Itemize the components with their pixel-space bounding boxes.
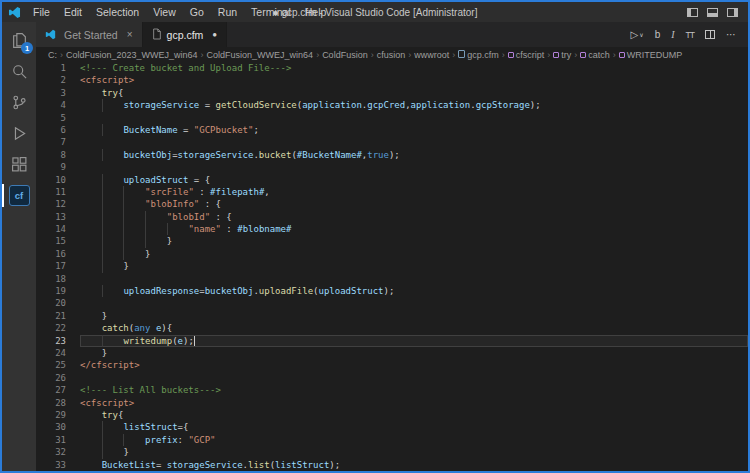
code-line[interactable]: 8 bucketObj=storageService.bucket(#Bucke… xyxy=(36,149,748,161)
toggle-secondary-sidebar-icon[interactable] xyxy=(727,8,738,17)
code-line[interactable]: 27<!--- List All buckets---> xyxy=(36,384,748,396)
line-number[interactable]: 32 xyxy=(36,446,80,458)
code-line[interactable]: 2<cfscript> xyxy=(36,74,748,86)
line-number[interactable]: 4 xyxy=(36,99,80,111)
line-number[interactable]: 11 xyxy=(36,186,80,198)
code-line[interactable]: 25</cfscript> xyxy=(36,359,748,371)
code-line[interactable]: 26 xyxy=(36,372,748,384)
line-number[interactable]: 27 xyxy=(36,384,80,396)
breadcrumb-item[interactable]: cfscript xyxy=(508,50,545,60)
code-line[interactable]: 33 BucketList= storageService.list(listS… xyxy=(36,459,748,471)
italic-icon[interactable]: I xyxy=(671,29,674,40)
breadcrumb-item[interactable]: ColdFusion_2023_WWEJ_win64 xyxy=(66,50,198,60)
split-editor-icon[interactable] xyxy=(705,30,715,39)
code-line[interactable]: 20 xyxy=(36,297,748,309)
activity-source-control[interactable] xyxy=(2,87,36,118)
activity-run-debug[interactable] xyxy=(2,118,36,149)
line-number[interactable]: 1 xyxy=(36,62,80,74)
line-number[interactable]: 31 xyxy=(36,434,80,446)
line-number[interactable]: 24 xyxy=(36,347,80,359)
code-line[interactable]: 17 } xyxy=(36,260,748,272)
line-number[interactable]: 28 xyxy=(36,397,80,409)
tab-get-started[interactable]: Get Started × xyxy=(36,22,143,47)
line-number[interactable]: 18 xyxy=(36,273,80,285)
code-line[interactable]: 19 uploadResponse=bucketObj.uploadFile(u… xyxy=(36,285,748,297)
line-number[interactable]: 2 xyxy=(36,74,80,86)
line-number[interactable]: 9 xyxy=(36,161,80,173)
menu-run[interactable]: Run xyxy=(211,2,244,22)
line-number[interactable]: 21 xyxy=(36,310,80,322)
code-line[interactable]: 22 catch(any e){ xyxy=(36,322,748,334)
code-line[interactable]: 6 BucketName = "GCPbucket"; xyxy=(36,124,748,136)
line-number[interactable]: 23 xyxy=(36,335,80,347)
line-number[interactable]: 19 xyxy=(36,285,80,297)
code-line[interactable]: 30 listStruct={ xyxy=(36,421,748,433)
menu-terminal[interactable]: Terminal xyxy=(244,2,298,22)
line-number[interactable]: 8 xyxy=(36,149,80,161)
close-icon[interactable]: × xyxy=(127,29,133,40)
code-line[interactable]: 31 prefix: "GCP" xyxy=(36,434,748,446)
line-number[interactable]: 12 xyxy=(36,198,80,210)
code-line[interactable]: 1<!--- Create bucket and Upload File---> xyxy=(36,62,748,74)
breadcrumb-item[interactable]: catch xyxy=(580,50,610,60)
code-line[interactable]: 32 } xyxy=(36,446,748,458)
breadcrumb-item[interactable]: gcp.cfm xyxy=(458,50,499,60)
code-line[interactable]: 14 "name" : #blobname# xyxy=(36,223,748,235)
code-line[interactable]: 15 } xyxy=(36,235,748,247)
breadcrumb-item[interactable]: try xyxy=(553,50,571,60)
breadcrumb-item[interactable]: wwwroot xyxy=(414,50,449,60)
line-number[interactable]: 17 xyxy=(36,260,80,272)
line-number[interactable]: 22 xyxy=(36,322,80,334)
menu-selection[interactable]: Selection xyxy=(89,2,146,22)
code-line[interactable]: 4 storageService = getCloudService(appli… xyxy=(36,99,748,111)
menu-view[interactable]: View xyxy=(146,2,183,22)
code-line[interactable]: 11 "srcFile" : #filepath#, xyxy=(36,186,748,198)
code-line[interactable]: 28<cfscript> xyxy=(36,397,748,409)
code-line[interactable]: 21 } xyxy=(36,310,748,322)
line-number[interactable]: 15 xyxy=(36,235,80,247)
activity-extensions[interactable] xyxy=(2,149,36,180)
code-line[interactable]: 3 try{ xyxy=(36,87,748,99)
code-line[interactable]: 18 xyxy=(36,273,748,285)
code-line[interactable]: 10 uploadStruct = { xyxy=(36,174,748,186)
breadcrumb-item[interactable]: ColdFusion xyxy=(322,50,368,60)
text-size-icon[interactable]: TT xyxy=(686,30,694,40)
line-number[interactable]: 29 xyxy=(36,409,80,421)
activity-search[interactable] xyxy=(2,56,36,87)
code-line[interactable]: 24 } xyxy=(36,347,748,359)
line-number[interactable]: 13 xyxy=(36,211,80,223)
line-number[interactable]: 6 xyxy=(36,124,80,136)
bold-icon[interactable]: b xyxy=(655,29,661,40)
breadcrumb-item[interactable]: WRITEDUMP xyxy=(619,50,683,60)
code-line[interactable]: 13 "blobId" : { xyxy=(36,211,748,223)
breadcrumb-item[interactable]: ColdFusion_WWEJ_win64 xyxy=(207,50,314,60)
menu-file[interactable]: File xyxy=(26,2,57,22)
toggle-primary-sidebar-icon[interactable] xyxy=(687,8,698,17)
line-number[interactable]: 5 xyxy=(36,112,80,124)
code-line[interactable]: 29 try{ xyxy=(36,409,748,421)
run-file-icon[interactable]: ▷∨ xyxy=(631,29,644,40)
code-line[interactable]: 23 writedump(e); xyxy=(36,335,748,347)
menu-go[interactable]: Go xyxy=(183,2,211,22)
line-number[interactable]: 25 xyxy=(36,359,80,371)
line-number[interactable]: 10 xyxy=(36,174,80,186)
code-line[interactable]: 16 } xyxy=(36,248,748,260)
activity-explorer[interactable]: 1 xyxy=(2,25,36,56)
menu-help[interactable]: Help xyxy=(298,2,334,22)
activity-coldfusion[interactable]: cf xyxy=(2,180,36,211)
line-number[interactable]: 20 xyxy=(36,297,80,309)
code-line[interactable]: 5 xyxy=(36,112,748,124)
line-number[interactable]: 7 xyxy=(36,136,80,148)
menu-edit[interactable]: Edit xyxy=(57,2,89,22)
line-number[interactable]: 30 xyxy=(36,421,80,433)
breadcrumb-item[interactable]: C: xyxy=(48,50,57,60)
line-number[interactable]: 14 xyxy=(36,223,80,235)
more-actions-icon[interactable]: ⋯ xyxy=(726,29,736,40)
line-number[interactable]: 3 xyxy=(36,87,80,99)
line-number[interactable]: 16 xyxy=(36,248,80,260)
toggle-panel-icon[interactable] xyxy=(707,8,718,17)
line-number[interactable]: 26 xyxy=(36,372,80,384)
code-editor[interactable]: 1<!--- Create bucket and Upload File--->… xyxy=(36,62,748,471)
code-line[interactable]: 7 xyxy=(36,136,748,148)
code-line[interactable]: 12 "blobInfo" : { xyxy=(36,198,748,210)
